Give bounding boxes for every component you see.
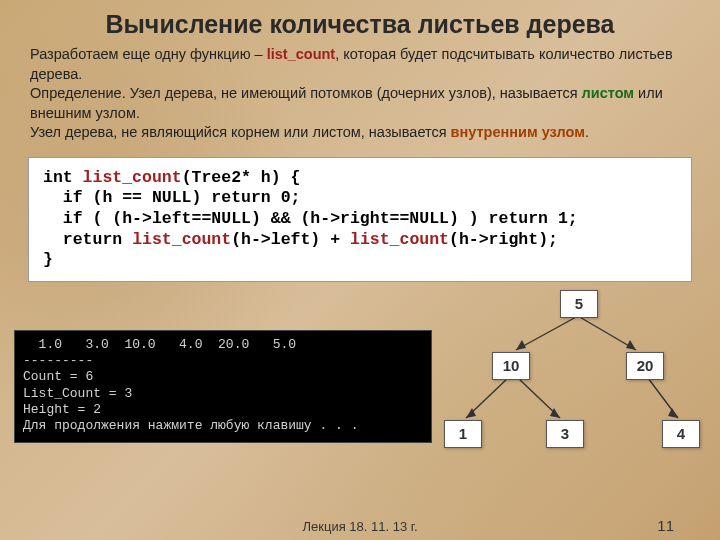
console-height: Height = 2	[23, 402, 101, 417]
page-number: 11	[657, 517, 674, 534]
code-l4fn1: list_count	[132, 230, 231, 249]
tree-node-5: 5	[560, 290, 598, 318]
tree-diagram: 5 10 20 1 3 4	[430, 290, 690, 475]
code-l1a: int	[43, 168, 83, 187]
console-lcount: List_Count = 3	[23, 386, 132, 401]
tree-node-4: 4	[662, 420, 700, 448]
code-l4b: (h->left) +	[231, 230, 350, 249]
code-l4a: return	[43, 230, 132, 249]
intro-p3b: .	[585, 124, 589, 140]
code-block: int list_count(Tree2* h) { if (h == NULL…	[28, 157, 692, 282]
code-l2: if (h == NULL) return 0;	[43, 188, 300, 207]
tree-node-10: 10	[492, 352, 530, 380]
console-press: Для продолжения нажмите любую клавишу . …	[23, 418, 358, 433]
svg-marker-9	[668, 408, 678, 418]
console-output: 1.0 3.0 10.0 4.0 20.0 5.0 --------- Coun…	[14, 330, 432, 444]
code-l1b: (Tree2* h) {	[182, 168, 301, 187]
console-count: Count = 6	[23, 369, 93, 384]
tree-node-20: 20	[626, 352, 664, 380]
intro-text: Разработаем еще одну функцию – list_coun…	[0, 45, 720, 143]
svg-marker-3	[626, 340, 636, 350]
code-l4fn2: list_count	[350, 230, 449, 249]
code-l4c: (h->right);	[449, 230, 558, 249]
console-dashes: ---------	[23, 353, 93, 368]
intro-p2a: Определение. Узел дерева, не имеющий пот…	[30, 85, 582, 101]
term-inner: внутренним узлом	[451, 124, 585, 140]
tree-node-3: 3	[546, 420, 584, 448]
intro-p3a: Узел дерева, не являющийся корнем или ли…	[30, 124, 451, 140]
footer-text: Лекция 18. 11. 13 г.	[0, 519, 720, 534]
code-l1fn: list_count	[83, 168, 182, 187]
term-leaf: листом	[582, 85, 635, 101]
console-row: 1.0 3.0 10.0 4.0 20.0 5.0	[23, 337, 296, 352]
svg-line-0	[516, 316, 578, 350]
svg-line-2	[578, 316, 636, 350]
lower-area: 1.0 3.0 10.0 4.0 20.0 5.0 --------- Coun…	[0, 294, 720, 489]
intro-fn: list_count	[267, 46, 335, 62]
code-l5: }	[43, 250, 53, 269]
tree-node-1: 1	[444, 420, 482, 448]
slide-title: Вычисление количества листьев дерева	[0, 0, 720, 45]
intro-p1a: Разработаем еще одну функцию –	[30, 46, 267, 62]
code-l3: if ( (h->left==NULL) && (h->right==NULL)…	[43, 209, 578, 228]
svg-marker-1	[516, 340, 526, 350]
